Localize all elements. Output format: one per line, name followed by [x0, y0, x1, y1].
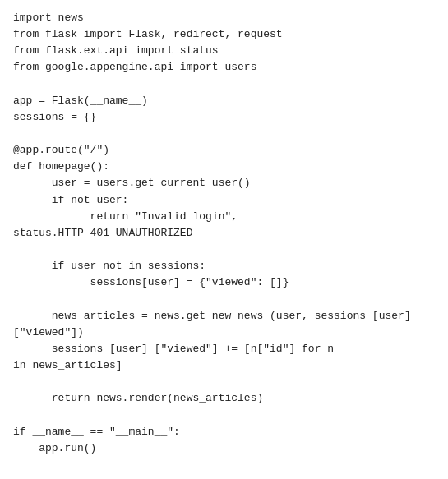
code-line: if not user:	[13, 192, 435, 209]
code-line: ["viewed"])	[13, 325, 435, 341]
code-line: sessions[user] = {"viewed": []}	[13, 274, 435, 291]
code-line: news_articles = news.get_new_news (user,…	[13, 308, 435, 325]
code-editor: import newsfrom flask import Flask, redi…	[0, 0, 448, 479]
code-line: sessions = {}	[13, 109, 435, 126]
code-line	[13, 374, 435, 390]
code-content: import newsfrom flask import Flask, redi…	[13, 10, 435, 457]
code-line: return "Invalid login",	[13, 209, 435, 225]
code-line	[13, 76, 435, 93]
code-line: import news	[13, 10, 435, 26]
code-line: from flask import Flask, redirect, reque…	[13, 26, 435, 43]
code-line: return news.render(news_articles)	[13, 390, 435, 407]
code-line: status.HTTP_401_UNAUTHORIZED	[13, 225, 435, 242]
code-line: from flask.ext.api import status	[13, 43, 435, 59]
code-line: app = Flask(__name__)	[13, 93, 435, 109]
code-line: if user not in sessions:	[13, 258, 435, 274]
code-line: if __name__ == "__main__":	[13, 424, 435, 440]
code-line: @app.route("/")	[13, 142, 435, 159]
code-line: user = users.get_current_user()	[13, 175, 435, 191]
code-line: def homepage():	[13, 159, 435, 175]
code-line	[13, 407, 435, 423]
code-line	[13, 242, 435, 258]
code-line: in news_articles]	[13, 357, 435, 374]
code-line: sessions [user] ["viewed"] += [n["id"] f…	[13, 341, 435, 357]
code-line: from google.appengine.api import users	[13, 59, 435, 76]
code-line	[13, 291, 435, 307]
code-line: app.run()	[13, 440, 435, 457]
code-line	[13, 126, 435, 142]
